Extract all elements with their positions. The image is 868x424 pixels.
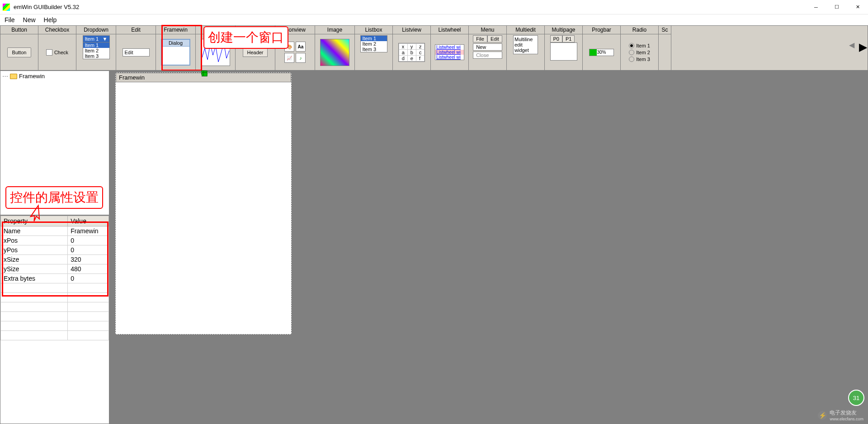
- watermark: ⚡ 电子发烧友 www.elecfans.com: [818, 409, 863, 421]
- property-row: xSize320: [1, 255, 109, 264]
- tool-listview[interactable]: Listview xyz abc def: [393, 26, 431, 70]
- font-icon: Aa: [296, 42, 306, 52]
- tool-edit-label: Edit: [116, 26, 156, 34]
- property-row: yPos0: [1, 245, 109, 255]
- listview-sample: xyz abc def: [398, 43, 425, 62]
- image-sample: [320, 39, 349, 66]
- resize-handle-top[interactable]: [202, 71, 206, 75]
- property-row: ySize480: [1, 264, 109, 274]
- tool-progbar[interactable]: Progbar 30%: [583, 26, 621, 70]
- window-controls: ─ ☐ ✕: [806, 0, 868, 14]
- button-sample: Button: [7, 47, 32, 57]
- tool-checkbox[interactable]: Checkbox Check: [38, 26, 76, 70]
- badge: 31: [848, 390, 864, 406]
- tool-menu[interactable]: Menu FileEdit New Close: [469, 26, 507, 70]
- chart-icon: 📈: [284, 53, 294, 63]
- folder-icon: [10, 74, 17, 79]
- chevron-down-icon: ▼: [103, 36, 108, 42]
- tool-multiedit-label: Multiedit: [507, 26, 544, 34]
- tool-progbar-label: Progbar: [583, 26, 620, 34]
- resize-handle-corner[interactable]: [203, 72, 208, 76]
- listbox-sample: Item 1 Item 2 Item 3: [360, 35, 387, 52]
- design-canvas[interactable]: Framewin: [110, 71, 868, 424]
- main-area: ⋯ Framewin Property Value NameFramewin x…: [0, 71, 868, 424]
- tool-listbox-label: Listbox: [355, 26, 392, 34]
- radio-off-icon: [629, 50, 634, 55]
- app-icon: [3, 4, 10, 11]
- tool-radio[interactable]: Radio Item 1 Item 2 Item 3: [621, 26, 659, 70]
- dropdown-sample: Item 1▼ Item 1 Item 2 Item 3: [83, 35, 110, 59]
- tool-multipage[interactable]: Multipage P0P1: [545, 26, 583, 70]
- tool-dropdown-label: Dropdown: [76, 26, 116, 34]
- multipage-sample: P0P1: [550, 35, 577, 61]
- property-header-prop[interactable]: Property: [1, 216, 68, 226]
- annotation-create-window: 创建一个窗口: [203, 26, 288, 49]
- listwheel-sample: Listwheel wi Listwheel wi Listwheel wi: [435, 44, 464, 60]
- tool-multipage-label: Multipage: [545, 26, 582, 34]
- tool-menu-label: Menu: [469, 26, 506, 34]
- music-icon: ♪: [296, 53, 306, 63]
- radio-sample: Item 1 Item 2 Item 3: [629, 43, 650, 62]
- property-panel: Property Value NameFramewin xPos0 yPos0 …: [0, 215, 109, 424]
- tool-checkbox-label: Checkbox: [38, 26, 76, 34]
- tool-button[interactable]: Button Button: [0, 26, 38, 70]
- radio-on-icon: [629, 43, 634, 48]
- menu-new[interactable]: New: [23, 16, 36, 24]
- toolbar-scroll-right[interactable]: ▶: [859, 41, 867, 53]
- tool-image[interactable]: Image: [315, 26, 355, 70]
- tool-scrollbar-label: Sc: [659, 26, 671, 34]
- menu-sample: FileEdit New Close: [473, 35, 502, 59]
- property-row: xPos0: [1, 236, 109, 245]
- checkbox-sample: Check: [46, 49, 68, 56]
- tool-button-label: Button: [0, 26, 38, 34]
- checkbox-box-icon: [46, 49, 52, 56]
- tool-framewin-label: Framewin: [156, 26, 195, 34]
- tool-framewin[interactable]: Framewin Dialog: [156, 26, 196, 70]
- close-button[interactable]: ✕: [847, 0, 868, 14]
- menu-help[interactable]: Help: [44, 16, 57, 24]
- menu-bar: File New Help: [0, 14, 868, 25]
- toolbar-scroll-left[interactable]: ◀: [849, 41, 854, 49]
- property-header-val[interactable]: Value: [68, 216, 109, 226]
- tool-scrollbar[interactable]: Sc: [659, 26, 671, 70]
- property-row: Extra bytes0: [1, 274, 109, 283]
- menu-file[interactable]: File: [5, 16, 15, 24]
- window-title: emWin GUIBuilder V5.32: [14, 4, 79, 10]
- tool-listview-label: Listview: [393, 26, 430, 34]
- tool-listwheel-label: Listwheel: [431, 26, 468, 34]
- property-table: Property Value NameFramewin xPos0 yPos0 …: [0, 216, 109, 340]
- maximize-button[interactable]: ☐: [826, 0, 847, 14]
- tool-image-label: Image: [315, 26, 354, 34]
- tool-listwheel[interactable]: Listwheel Listwheel wi Listwheel wi List…: [431, 26, 469, 70]
- tree-item-framewin[interactable]: ⋯ Framewin: [2, 73, 107, 80]
- radio-off-icon: [629, 57, 634, 62]
- multiedit-sample: Multiline edit widget: [513, 35, 538, 54]
- tree-expand-icon: ⋯: [2, 73, 8, 80]
- progbar-sample: 30%: [589, 49, 614, 56]
- title-bar: emWin GUIBuilder V5.32 ─ ☐ ✕: [0, 0, 868, 14]
- design-framewin[interactable]: Framewin: [115, 72, 292, 334]
- widget-toolbar: Button Button Checkbox Check Dropdown It…: [0, 25, 868, 71]
- minimize-button[interactable]: ─: [806, 0, 826, 14]
- property-row: NameFramewin: [1, 226, 109, 236]
- framewin-sample: Dialog: [161, 39, 190, 66]
- edit-sample: Edit: [123, 48, 150, 57]
- header-sample: Header: [243, 48, 267, 57]
- left-panel: ⋯ Framewin Property Value NameFramewin x…: [0, 71, 110, 424]
- tool-listbox[interactable]: Listbox Item 1 Item 2 Item 3: [355, 26, 393, 70]
- tool-radio-label: Radio: [621, 26, 658, 34]
- watermark-icon: ⚡: [818, 411, 827, 420]
- tool-edit[interactable]: Edit Edit: [116, 26, 156, 70]
- annotation-properties: 控件的属性设置: [5, 186, 103, 209]
- tool-dropdown[interactable]: Dropdown Item 1▼ Item 1 Item 2 Item 3: [76, 26, 116, 70]
- tool-multiedit[interactable]: Multiedit Multiline edit widget: [507, 26, 545, 70]
